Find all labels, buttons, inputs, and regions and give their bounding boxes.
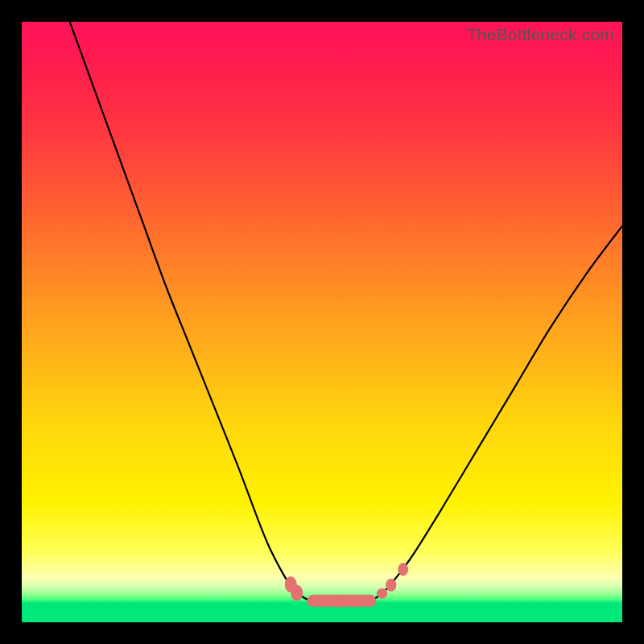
chart-overlay xyxy=(22,22,622,622)
valley-marker xyxy=(335,597,345,608)
valley-marker xyxy=(365,596,375,606)
plot-area: TheBottleneck.com xyxy=(22,22,622,622)
valley-marker xyxy=(291,584,303,601)
valley-marker xyxy=(386,579,396,592)
valley-marker xyxy=(350,597,361,607)
valley-marker xyxy=(398,563,408,576)
bottleneck-curve xyxy=(70,22,622,602)
outer-frame: TheBottleneck.com xyxy=(0,0,644,644)
valley-marker xyxy=(320,597,330,607)
valley-marker xyxy=(377,588,387,599)
valley-markers xyxy=(285,563,409,607)
valley-marker xyxy=(308,596,318,606)
